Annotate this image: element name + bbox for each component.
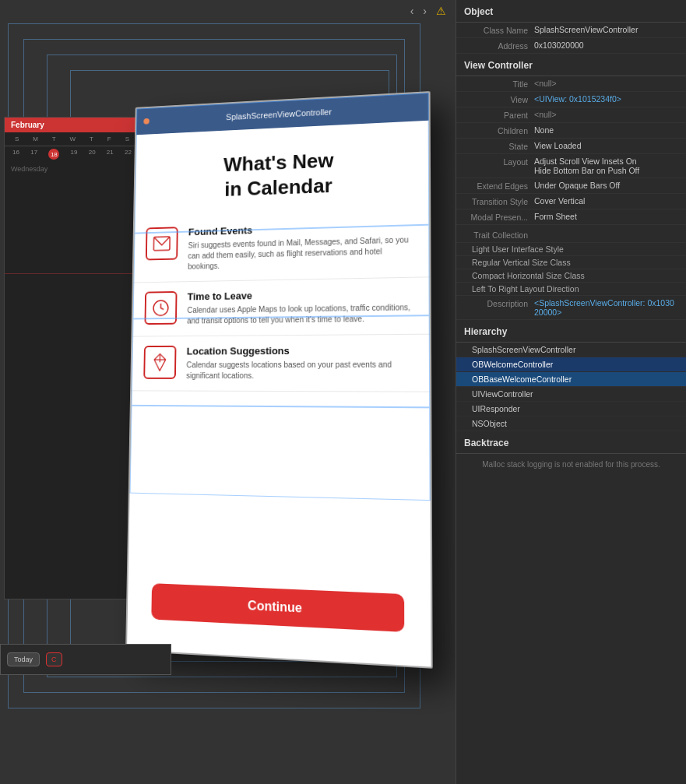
toolbar: ‹ › ⚠ bbox=[401, 0, 456, 22]
prop-children: Children None bbox=[456, 123, 686, 139]
prop-transition-label: Transition Style bbox=[464, 196, 534, 206]
prop-state-label: State bbox=[464, 141, 534, 151]
prop-description-value: <SplashScreenViewController: 0x103020000… bbox=[534, 298, 678, 317]
feature-title-time-to-leave: Time to Leave bbox=[188, 287, 417, 303]
prop-children-label: Children bbox=[464, 125, 534, 135]
wf-feature3-box bbox=[130, 406, 431, 501]
cal-days-header: S M T W T F S bbox=[5, 132, 139, 146]
phone-header-title: SplashScreenViewController bbox=[226, 107, 332, 122]
prop-trait-label: Trait Collection bbox=[464, 230, 534, 240]
prop-layout-values: Adjust Scroll View Insets On Hide Bottom… bbox=[534, 156, 678, 175]
feature-icon-location bbox=[143, 346, 176, 379]
feature-item-time-to-leave: Time to Leave Calendar uses Apple Maps t… bbox=[132, 277, 430, 336]
hierarchy-item-3[interactable]: UIViewController bbox=[456, 387, 686, 402]
feature-desc-location: Calendar suggests locations based on you… bbox=[186, 360, 417, 382]
feature-item-location: Location Suggestions Calendar suggests l… bbox=[132, 335, 430, 392]
prop-title-value: <null> bbox=[534, 79, 678, 88]
prop-extend-edges: Extend Edges Under Opaque Bars Off bbox=[456, 178, 686, 194]
feature-text-location: Location Suggestions Calendar suggests l… bbox=[186, 344, 417, 381]
hierarchy-item-5[interactable]: NSObject bbox=[456, 417, 686, 431]
prop-classname-value: SplashScreenViewController bbox=[534, 25, 678, 34]
section-hierarchy: Hierarchy bbox=[456, 320, 686, 343]
whats-new-title: What's New in Calendar bbox=[135, 121, 429, 220]
phone-header-dot bbox=[143, 118, 149, 125]
prop-extend-edges-label: Extend Edges bbox=[464, 181, 534, 191]
prop-view: View <UIView: 0x1015234f0> bbox=[456, 92, 686, 107]
cal-month-header: February bbox=[5, 118, 139, 132]
prop-description: Description <SplashScreenViewController:… bbox=[456, 296, 686, 320]
prop-trait-header: Trait Collection bbox=[456, 225, 686, 243]
section-object: Object bbox=[456, 0, 686, 23]
prop-address-label: Address bbox=[464, 40, 534, 51]
cal-continue-icon: C bbox=[46, 652, 62, 666]
feature-desc-time-to-leave: Calendar uses Apple Maps to look up loca… bbox=[187, 302, 417, 326]
forward-button[interactable]: › bbox=[420, 3, 430, 19]
prop-state: State View Loaded bbox=[456, 139, 686, 154]
prop-address-value: 0x103020000 bbox=[534, 40, 678, 50]
warning-button[interactable]: ⚠ bbox=[433, 3, 449, 19]
prop-extend-edges-value: Under Opaque Bars Off bbox=[534, 181, 678, 190]
phone-card: SplashScreenViewController What's New in… bbox=[125, 91, 433, 669]
today-button[interactable]: Today bbox=[7, 652, 40, 666]
section-viewcontroller: View Controller bbox=[456, 54, 686, 76]
trait-light-ui: Light User Interface Style bbox=[456, 243, 686, 256]
feature-desc-found-events: Siri suggests events found in Mail, Mess… bbox=[188, 234, 417, 272]
prop-classname: Class Name SplashScreenViewController bbox=[456, 23, 686, 38]
red-line-indicator bbox=[5, 273, 139, 274]
trait-layout-direction: Left To Right Layout Direction bbox=[456, 283, 686, 296]
hierarchy-item-4[interactable]: UIResponder bbox=[456, 402, 686, 417]
hierarchy-item-1[interactable]: OBWelcomeController bbox=[456, 357, 686, 372]
phone-body: What's New in Calendar Found Events Siri… bbox=[127, 121, 431, 667]
feature-text-found-events: Found Events Siri suggests events found … bbox=[188, 220, 417, 272]
feature-icon-clock bbox=[144, 291, 177, 325]
back-calendar-layer: February S M T W T F S 16 17 18 19 20 21… bbox=[4, 117, 140, 599]
prop-parent-value: <null> bbox=[534, 110, 678, 119]
prop-modal: Modal Presen... Form Sheet bbox=[456, 209, 686, 225]
prop-modal-value: Form Sheet bbox=[534, 212, 678, 221]
right-panel: Object Class Name SplashScreenViewContro… bbox=[456, 0, 686, 784]
prop-view-value: <UIView: 0x1015234f0> bbox=[534, 94, 678, 104]
prop-address: Address 0x103020000 bbox=[456, 38, 686, 54]
prop-layout-value2: Hide Bottom Bar on Push Off bbox=[534, 166, 678, 175]
feature-title-location: Location Suggestions bbox=[187, 344, 417, 357]
prop-modal-label: Modal Presen... bbox=[464, 212, 534, 222]
backtrace-message: Malloc stack logging is not enabled for … bbox=[456, 454, 686, 475]
hierarchy-item-2[interactable]: OBBaseWelcomeController bbox=[456, 372, 686, 387]
back-button[interactable]: ‹ bbox=[407, 3, 417, 19]
trait-vertical-size: Regular Vertical Size Class bbox=[456, 256, 686, 269]
prop-layout: Layout Adjust Scroll View Insets On Hide… bbox=[456, 154, 686, 178]
prop-transition: Transition Style Cover Vertical bbox=[456, 194, 686, 209]
prop-transition-value: Cover Vertical bbox=[534, 196, 678, 206]
left-panel: ‹ › ⚠ February S M T W T F S 16 17 18 bbox=[0, 0, 456, 784]
cal-day-label: Wednesday bbox=[5, 162, 139, 176]
trait-horizontal-size: Compact Horizontal Size Class bbox=[456, 269, 686, 283]
canvas-area: February S M T W T F S 16 17 18 19 20 21… bbox=[0, 0, 456, 784]
feature-text-time-to-leave: Time to Leave Calendar uses Apple Maps t… bbox=[187, 287, 417, 327]
prop-parent-label: Parent bbox=[464, 110, 534, 120]
prop-children-value: None bbox=[534, 125, 678, 135]
prop-description-label: Description bbox=[464, 298, 534, 308]
prop-title: Title <null> bbox=[456, 76, 686, 92]
prop-layout-value1: Adjust Scroll View Insets On bbox=[534, 156, 678, 166]
continue-button[interactable]: Continue bbox=[151, 583, 404, 632]
feature-icon-mail bbox=[146, 227, 178, 260]
prop-layout-label: Layout bbox=[464, 156, 534, 167]
prop-title-label: Title bbox=[464, 79, 534, 89]
prop-classname-label: Class Name bbox=[464, 25, 534, 35]
cal-date-18: 18 bbox=[48, 149, 59, 160]
prop-state-value: View Loaded bbox=[534, 141, 678, 150]
prop-parent: Parent <null> bbox=[456, 107, 686, 123]
prop-view-label: View bbox=[464, 94, 534, 104]
cal-week-row: 16 17 18 19 20 21 22 bbox=[5, 146, 139, 162]
hierarchy-item-0[interactable]: SplashScreenViewController bbox=[456, 343, 686, 357]
feature-item-found-events: Found Events Siri suggests events found … bbox=[134, 210, 430, 283]
today-bar: Today C bbox=[0, 644, 171, 675]
continue-btn-wrapper: Continue bbox=[139, 567, 418, 649]
section-backtrace: Backtrace bbox=[456, 431, 686, 454]
